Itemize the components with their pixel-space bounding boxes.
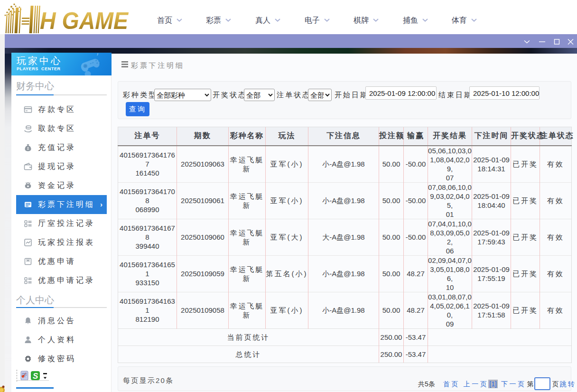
- svg-text:S: S: [33, 372, 38, 381]
- svg-text:H GAME: H GAME: [40, 8, 129, 34]
